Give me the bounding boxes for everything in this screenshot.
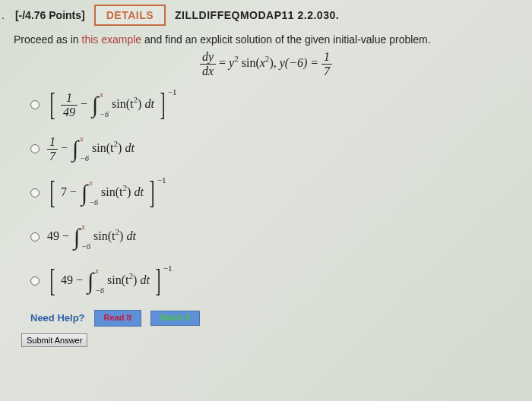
radio-icon[interactable] (30, 188, 40, 197)
radio-icon[interactable] (30, 144, 40, 153)
option-5[interactable]: [ 49 − ∫x−6 sin(t2) dt ]−1 (30, 260, 532, 302)
read-it-button[interactable]: Read It (94, 310, 142, 326)
answer-options: [ 149 − ∫x−6 sin(t2) dt ]−1 17 − ∫x−6 si… (0, 84, 532, 302)
prompt-before: Proceed as in (14, 33, 82, 46)
list-bullet: . (2, 9, 5, 21)
option-4[interactable]: 49 − ∫x−6 sin(t2) dt (30, 216, 532, 258)
question-header: . [-/4.76 Points] DETAILS ZILLDIFFEQMODA… (0, 0, 532, 30)
help-row: Need Help? Read It Watch It (0, 310, 532, 326)
submit-answer-button[interactable]: Submit Answer (21, 333, 87, 347)
radio-icon[interactable] (30, 276, 40, 286)
radio-icon[interactable] (30, 232, 40, 242)
need-help-label: Need Help? (30, 312, 85, 324)
prompt-after: and find an explicit solution of the giv… (141, 33, 431, 46)
points-label: [-/4.76 Points] (15, 9, 85, 21)
option-3[interactable]: [ 7 − ∫x−6 sin(t2) dt ]−1 (30, 172, 532, 214)
radio-icon[interactable] (30, 100, 40, 109)
example-link[interactable]: this example (82, 33, 142, 46)
watch-it-button[interactable]: Watch It (150, 311, 200, 326)
question-id: ZILLDIFFEQMODAP11 2.2.030. (175, 9, 339, 21)
details-button[interactable]: DETAILS (94, 5, 166, 26)
option-1[interactable]: [ 149 − ∫x−6 sin(t2) dt ]−1 (30, 84, 532, 126)
problem-prompt: Proceed as in this example and find an e… (0, 30, 532, 47)
option-2[interactable]: 17 − ∫x−6 sin(t2) dt (30, 128, 532, 170)
ode-equation: dy dx = y2 sin(x2), y(−6) = 1 7 (0, 47, 532, 82)
